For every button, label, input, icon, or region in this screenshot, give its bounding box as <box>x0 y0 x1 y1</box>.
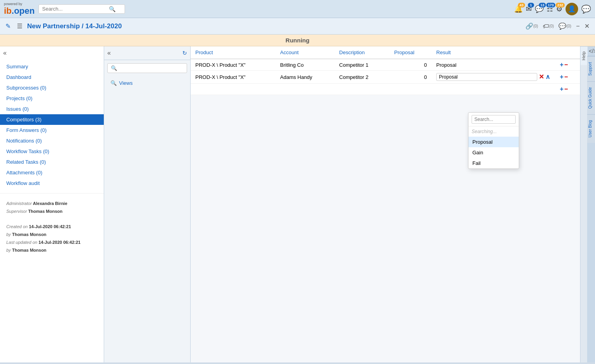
toolbar-actions: 🔗(0) 🏷(0) 💬(0) − ✕ <box>524 22 591 31</box>
grid-button[interactable]: ☷ 173 <box>547 5 553 13</box>
cell-result-1: Proposal <box>432 59 555 71</box>
row-actions-empty: + − <box>560 86 575 92</box>
sidebar-item-form-answers[interactable]: Form Answers (0) <box>0 125 104 135</box>
avatar[interactable]: 👤 <box>566 3 578 15</box>
sidebar-item-issues[interactable]: Issues (0) <box>0 104 104 114</box>
close-button[interactable]: ✕ <box>583 22 591 31</box>
help-side-panel: Help <box>580 46 587 362</box>
dropdown-search-input[interactable] <box>472 115 516 124</box>
navbar: powered by ib.open 🔍 🔔 43 ✉ 1 💬 13 ☷ 173… <box>0 0 595 18</box>
cell-product-2: PROD-X \ Product "X" <box>191 71 275 84</box>
menu-button[interactable]: ☰ <box>15 22 24 31</box>
result-value-1: Proposal <box>436 62 456 68</box>
supervisor-name: Thomas Monson <box>28 209 62 214</box>
add-row-button-empty[interactable]: + <box>560 86 563 92</box>
created-by-label: by <box>6 232 11 237</box>
add-row-button-2[interactable]: + <box>560 74 563 80</box>
sidebar-item-attachments[interactable]: Attachments (0) <box>0 167 104 178</box>
user-blog-tab[interactable]: User Blog <box>587 114 595 143</box>
admin-name: Alexandra Birnie <box>33 201 67 206</box>
link-count: (0) <box>533 24 538 28</box>
created-date: 14-Jul-2020 06:42:21 <box>29 224 71 229</box>
page-title: New Partnership / 14-Jul-2020 <box>27 22 122 30</box>
logo-area: powered by ib.open <box>4 2 35 16</box>
support-tab[interactable]: Support <box>587 56 595 81</box>
created-by: Thomas Monson <box>12 232 46 237</box>
notifications-badge: 43 <box>518 3 525 7</box>
result-clear-button[interactable]: ✕ <box>539 74 544 80</box>
toolbar: ✎ ☰ New Partnership / 14-Jul-2020 🔗(0) 🏷… <box>0 18 595 35</box>
link-button[interactable]: 🔗(0) <box>524 22 540 31</box>
chat-button[interactable]: 💬 13 <box>535 5 544 13</box>
sidebar-item-workflow-audit[interactable]: Workflow audit <box>0 178 104 188</box>
status-bar: Running <box>0 35 595 46</box>
search-input[interactable] <box>42 6 109 12</box>
sidebar-item-subprocesses[interactable]: Subprocesses (0) <box>0 82 104 93</box>
dropdown-item-gain[interactable]: Gain <box>468 147 519 158</box>
views-item[interactable]: 🔍 Views <box>107 78 187 88</box>
sidebar-item-dashboard[interactable]: Dashboard <box>0 72 104 82</box>
data-table: Product Account Description Proposal Res… <box>191 46 580 95</box>
middle-search-box[interactable]: 🔍 <box>107 63 187 73</box>
cell-proposal-2: 0 <box>389 71 432 84</box>
settings-button[interactable]: ⚙ 232 <box>556 5 562 13</box>
middle-views: 🔍 Views <box>104 76 190 90</box>
add-row-button-1[interactable]: + <box>560 62 563 68</box>
middle-header: « ↻ <box>104 46 190 60</box>
sidebar-item-projects[interactable]: Projects (0) <box>0 93 104 104</box>
notifications-button[interactable]: 🔔 43 <box>514 5 523 13</box>
table-row: PROD-X \ Product "X" Britling Co Competi… <box>191 59 580 71</box>
cell-description-1: Competitor 1 <box>334 59 389 71</box>
views-label: Views <box>119 80 132 86</box>
table-row: PROD-X \ Product "X" Adams Handy Competi… <box>191 71 580 84</box>
cell-row-actions-1: + − <box>555 59 580 71</box>
supervisor-label: Supervisor <box>6 209 27 214</box>
col-account: Account <box>275 46 334 59</box>
sidebar-item-related-tasks[interactable]: Related Tasks (0) <box>0 157 104 167</box>
sidebar-collapse: « <box>0 46 104 60</box>
sidebar-item-summary[interactable]: Summary <box>0 61 104 72</box>
result-input-2[interactable] <box>436 73 537 81</box>
comment-button[interactable]: 💬(0) <box>557 22 573 31</box>
mail-button[interactable]: ✉ 1 <box>526 5 532 13</box>
edit-button[interactable]: ✎ <box>4 22 12 31</box>
minimize-button[interactable]: − <box>575 22 581 31</box>
tag-button[interactable]: 🏷(0) <box>541 22 555 31</box>
code-bracket-icon: </> <box>587 46 595 56</box>
main-content: « Summary Dashboard Subprocesses (0) Pro… <box>0 46 595 362</box>
created-label: Created on <box>6 224 28 229</box>
result-dropdown-button[interactable]: ∧ <box>545 74 550 80</box>
quick-guide-tab[interactable]: Quick Guide <box>587 81 595 114</box>
sidebar-item-workflow-tasks[interactable]: Workflow Tasks (0) <box>0 146 104 157</box>
help-tab[interactable]: Help <box>580 46 588 65</box>
dropdown-searching-text: Searching... <box>468 126 519 137</box>
comment-count: (0) <box>566 24 571 28</box>
search-button[interactable]: 🔍 <box>109 6 116 12</box>
updated-by-label: by <box>6 248 11 252</box>
search-bar[interactable]: 🔍 <box>39 4 125 14</box>
col-description: Description <box>334 46 389 59</box>
dropdown-item-proposal[interactable]: Proposal <box>468 137 519 147</box>
admin-label: Administrator <box>6 201 32 206</box>
dropdown-item-fail[interactable]: Fail <box>468 158 519 168</box>
cell-result-2: ✕ ∧ <box>432 71 555 84</box>
remove-row-button-1[interactable]: − <box>564 62 568 68</box>
tag-count: (0) <box>549 24 554 28</box>
result-cell-2: ✕ ∧ <box>436 73 550 81</box>
green-chat-button[interactable]: 💬 <box>581 4 591 14</box>
sidebar-nav: Summary Dashboard Subprocesses (0) Proje… <box>0 60 104 190</box>
middle-refresh-button[interactable]: ↻ <box>182 50 187 56</box>
sidebar-meta: Administrator Alexandra Birnie Superviso… <box>0 193 104 261</box>
right-side: Help </> Support Quick Guide User Blog <box>580 46 595 362</box>
middle-collapse-button[interactable]: « <box>107 49 111 57</box>
col-actions <box>555 46 580 59</box>
middle-search-input[interactable] <box>117 66 176 71</box>
table-row-empty: + − <box>191 84 580 95</box>
sidebar-item-notifications[interactable]: Notifications (0) <box>0 135 104 146</box>
remove-row-button-2[interactable]: − <box>564 74 568 80</box>
remove-row-button-empty[interactable]: − <box>564 86 568 92</box>
sidebar-collapse-button[interactable]: « <box>3 49 7 57</box>
powered-by-text: powered by <box>4 2 35 6</box>
sidebar-item-competitors[interactable]: Competitors (3) <box>0 114 104 125</box>
cell-proposal-1: 0 <box>389 59 432 71</box>
